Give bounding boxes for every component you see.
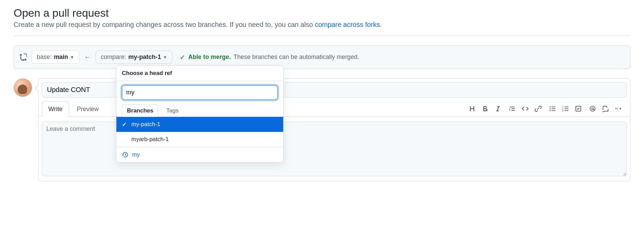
bold-icon[interactable]	[482, 105, 488, 112]
ref-item[interactable]: my-patch-1	[116, 117, 283, 132]
svg-rect-5	[552, 110, 556, 111]
arrow-left-icon: ←	[84, 53, 91, 61]
base-value: main	[54, 54, 68, 61]
popover-search-wrap	[116, 81, 283, 104]
subtitle-suffix: .	[380, 21, 382, 28]
page-subtitle: Create a new pull request by comparing c…	[14, 21, 630, 29]
popover-footer-text: my	[132, 151, 140, 158]
head-ref-popover: Choose a head ref Branches Tags my-patch…	[116, 65, 284, 163]
compare-label: compare:	[101, 54, 126, 61]
preview-tab[interactable]: Preview	[70, 101, 105, 117]
tags-tab[interactable]: Tags	[161, 104, 183, 117]
svg-point-1	[550, 108, 551, 109]
compare-value: my-patch-1	[128, 54, 161, 61]
svg-point-2	[550, 110, 551, 111]
link-icon[interactable]	[535, 105, 542, 112]
history-icon	[122, 151, 129, 158]
page-title: Open a pull request	[14, 7, 630, 19]
popover-create-ref[interactable]: my	[116, 147, 283, 162]
editor-toolbar: 123 ▼	[469, 105, 627, 112]
caret-down-icon: ▼	[163, 55, 167, 60]
svg-point-0	[550, 106, 551, 107]
caret-down-icon: ▼	[70, 55, 74, 60]
svg-rect-4	[552, 108, 556, 109]
popover-tabs: Branches Tags	[116, 104, 283, 117]
base-branch-button[interactable]: base: main ▼	[32, 50, 79, 64]
popover-title: Choose a head ref	[116, 66, 283, 81]
svg-rect-3	[552, 106, 556, 107]
write-tab[interactable]: Write	[42, 101, 69, 117]
base-label: base:	[37, 54, 52, 61]
svg-rect-11	[565, 110, 568, 111]
subtitle-text: Create a new pull request by comparing c…	[14, 21, 315, 28]
check-icon: ✓	[180, 53, 186, 61]
merge-status: ✓ Able to merge. These branches can be a…	[180, 53, 359, 61]
reply-icon[interactable]: ▼	[615, 105, 622, 112]
svg-rect-9	[565, 106, 568, 107]
compare-across-forks-link[interactable]: compare across forks	[315, 21, 380, 28]
quote-icon[interactable]	[509, 105, 516, 112]
code-icon[interactable]	[522, 105, 529, 112]
editor-row: Write Preview 123	[14, 78, 630, 181]
mention-icon[interactable]	[589, 105, 596, 112]
git-compare-icon	[19, 54, 27, 61]
tasklist-icon[interactable]	[575, 105, 582, 112]
ref-list: my-patch-1 myarb-patch-1	[116, 117, 283, 147]
ordered-list-icon[interactable]: 123	[562, 105, 569, 112]
merge-rest-text: These branches can be automatically merg…	[234, 54, 359, 61]
branches-tab[interactable]: Branches	[122, 104, 158, 117]
svg-text:3: 3	[562, 109, 563, 112]
svg-rect-10	[565, 108, 568, 109]
divider	[14, 35, 630, 36]
ref-item[interactable]: myarb-patch-1	[116, 132, 283, 147]
cross-reference-icon[interactable]	[602, 105, 609, 112]
ref-search-input[interactable]	[122, 85, 278, 100]
heading-icon[interactable]	[469, 105, 476, 112]
italic-icon[interactable]	[495, 105, 501, 112]
merge-able-text: Able to merge.	[188, 54, 231, 61]
svg-point-13	[590, 106, 595, 111]
branch-comparison-bar: base: main ▼ ← compare: my-patch-1 ▼ ✓ A…	[14, 45, 630, 69]
avatar[interactable]	[14, 78, 32, 97]
unordered-list-icon[interactable]	[549, 105, 556, 112]
compare-branch-button[interactable]: compare: my-patch-1 ▼	[96, 50, 172, 64]
